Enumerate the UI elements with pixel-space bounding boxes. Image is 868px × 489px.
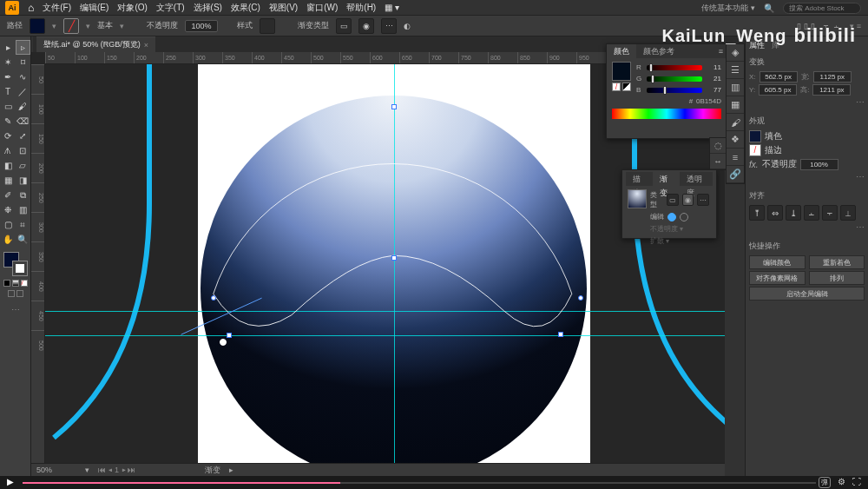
menu-effect[interactable]: 效果(C) xyxy=(231,2,260,14)
menu-edit[interactable]: 编辑(E) xyxy=(80,2,108,14)
transform-y[interactable]: 605.5 px xyxy=(759,84,797,96)
menu-view[interactable]: 视图(V) xyxy=(269,2,298,14)
graph-tool[interactable]: ▥ xyxy=(16,202,30,217)
anchor-left[interactable] xyxy=(211,295,216,301)
perspective-tool[interactable]: ▱ xyxy=(16,158,30,173)
gradient-tool[interactable]: ◨ xyxy=(16,173,30,188)
paintbrush-tool[interactable]: 🖌 xyxy=(16,99,30,114)
btn-pixel-align[interactable]: 对齐像素网格 xyxy=(749,271,806,285)
swatches-icon[interactable]: ▦ xyxy=(727,96,744,114)
properties-icon[interactable]: ◈ xyxy=(727,44,744,62)
zoom-level[interactable]: 50% xyxy=(36,466,76,474)
symbol-sprayer-tool[interactable]: ❉ xyxy=(1,202,16,217)
tab-color[interactable]: 颜色 xyxy=(607,44,636,58)
anchor-br[interactable] xyxy=(558,332,563,337)
profile-dropdown-icon[interactable]: ▾ xyxy=(120,22,124,30)
magic-wand-tool[interactable]: ✶ xyxy=(1,55,16,69)
pen-tool[interactable]: ✒ xyxy=(1,69,16,84)
symbols-icon[interactable]: ❖ xyxy=(727,131,744,149)
hex-value[interactable]: 0B154D xyxy=(696,97,721,105)
style-swatch[interactable] xyxy=(260,18,275,34)
document-tab[interactable]: 壁纸.ai* @ 50% (RGB/预览) × xyxy=(36,36,155,52)
dock-icon-b[interactable]: ↔ xyxy=(710,154,726,169)
screen-mode-icons[interactable] xyxy=(8,290,23,297)
anchor-top[interactable] xyxy=(391,104,397,109)
tab-transparency[interactable]: 透明度 xyxy=(680,172,713,186)
menu-arrange-docs[interactable]: ▦ ▾ xyxy=(385,3,399,12)
tab-stroke[interactable]: 描边 xyxy=(626,172,653,186)
gradient-radial-icon[interactable]: ◉ xyxy=(358,18,374,34)
status-arrow-icon[interactable]: ▸ xyxy=(229,466,233,474)
eraser-tool[interactable]: ⌫ xyxy=(16,114,30,129)
bw-color-icon[interactable] xyxy=(622,83,631,91)
tab-color-guide[interactable]: 颜色参考 xyxy=(636,44,681,58)
transform-x[interactable]: 562.5 px xyxy=(760,71,798,83)
align-right-icon[interactable]: ⤓ xyxy=(786,205,801,221)
align-bottom-icon[interactable]: ⟂ xyxy=(840,205,856,221)
width-tool[interactable]: ⩚ xyxy=(1,143,16,158)
gradient-freeform-icon[interactable]: ⋯ xyxy=(381,18,397,34)
btn-global-edit[interactable]: 启动全局编辑 xyxy=(749,287,865,301)
link-icon[interactable]: 🔗 xyxy=(727,166,744,183)
menu-type[interactable]: 文字(T) xyxy=(156,2,185,14)
control-bar-menu-icon[interactable]: ▾ ≡ xyxy=(850,22,861,30)
stroke-color-icon[interactable] xyxy=(12,261,28,276)
btn-recolor[interactable]: 重新着色 xyxy=(809,255,865,269)
tab-gradient[interactable]: 渐变 xyxy=(653,172,680,186)
gradient-preview-swatch[interactable] xyxy=(628,189,647,208)
menu-object[interactable]: 对象(O) xyxy=(117,2,147,14)
menu-help[interactable]: 帮助(H) xyxy=(346,2,376,14)
slice-tool[interactable]: ⌗ xyxy=(16,217,30,232)
scale-tool[interactable]: ⤢ xyxy=(16,129,30,143)
gradient-panel[interactable]: 描边 渐变 透明度 类型 ▭ ◉ ⋯ 编辑 不透明度 ▾ 扩散 ▾ xyxy=(621,169,717,239)
libraries-icon[interactable]: ▥ xyxy=(727,79,744,96)
appearance-more-icon[interactable]: ⋯ xyxy=(856,172,865,182)
gradient-line-icon[interactable] xyxy=(680,213,688,221)
blend-tool[interactable]: ⧉ xyxy=(16,188,30,202)
color-g-value[interactable]: 21 xyxy=(706,75,721,83)
stock-search[interactable]: 搜索 Adobe Stock xyxy=(783,3,861,14)
tab-properties[interactable]: 属性 xyxy=(749,40,765,51)
zoom-dropdown-icon[interactable]: ▾ xyxy=(85,466,89,474)
anchor-top-wave[interactable] xyxy=(391,255,397,261)
align-more-icon[interactable]: ⋯ xyxy=(856,222,865,232)
stroke-dock-icon[interactable]: ≡ xyxy=(727,149,744,166)
artboard-tool[interactable]: ▢ xyxy=(1,217,16,232)
color-mode-icons[interactable]: / xyxy=(3,280,28,287)
artboard-nav[interactable]: ⏮ ◀ 1 ▶ ⏭ xyxy=(98,466,135,474)
btn-edit-colors[interactable]: 编辑颜色 xyxy=(749,255,806,269)
fill-swatch-control[interactable] xyxy=(30,18,45,34)
close-tab-icon[interactable]: × xyxy=(144,41,148,50)
home-icon[interactable]: ⌂ xyxy=(28,2,34,14)
opacity-input[interactable]: 100% xyxy=(185,20,218,32)
shape-builder-tool[interactable]: ◧ xyxy=(1,158,16,173)
tab-libraries[interactable]: 库 xyxy=(772,40,779,51)
gradient-linear-icon[interactable]: ▭ xyxy=(336,18,352,34)
gradient-linear-btn[interactable]: ▭ xyxy=(667,194,679,206)
brushes-icon[interactable]: 🖌 xyxy=(727,114,744,131)
curvature-tool[interactable]: ∿ xyxy=(16,69,30,84)
align-top-icon[interactable]: ⫠ xyxy=(804,205,819,221)
color-b-value[interactable]: 77 xyxy=(706,86,721,94)
stroke-dropdown-icon[interactable]: ▾ xyxy=(86,22,90,30)
lasso-tool[interactable]: ⌑ xyxy=(16,55,30,69)
appearance-fill-swatch[interactable] xyxy=(749,130,761,142)
align-hcenter-icon[interactable]: ⇔ xyxy=(767,205,783,221)
anchor-bl[interactable] xyxy=(227,333,232,338)
align-left-icon[interactable]: ⤒ xyxy=(749,205,765,221)
transform-more-icon[interactable]: ⋯ xyxy=(856,97,865,107)
gradient-radial-btn[interactable]: ◉ xyxy=(682,194,694,206)
transform-w[interactable]: 1125 px xyxy=(813,71,852,83)
gradient-point-icon[interactable] xyxy=(667,213,676,221)
type-tool[interactable]: T xyxy=(1,84,16,99)
panel-fill-swatch[interactable] xyxy=(612,62,631,81)
appearance-stroke-swatch[interactable]: / xyxy=(749,144,761,156)
fx-icon[interactable]: fx. xyxy=(749,160,759,169)
anchor-right[interactable] xyxy=(578,295,583,301)
gradient-freeform-btn[interactable]: ⋯ xyxy=(697,194,709,206)
hand-tool[interactable]: ✋ xyxy=(1,232,16,247)
color-panel[interactable]: 颜色 颜色参考 ≡ / R11 G21 B77 #0B154D xyxy=(606,43,727,139)
video-progress[interactable] xyxy=(23,482,816,484)
align-icons[interactable]: ▯▯▯ ⫟⫠ xyxy=(797,22,844,30)
menu-select[interactable]: 选择(S) xyxy=(194,2,222,14)
